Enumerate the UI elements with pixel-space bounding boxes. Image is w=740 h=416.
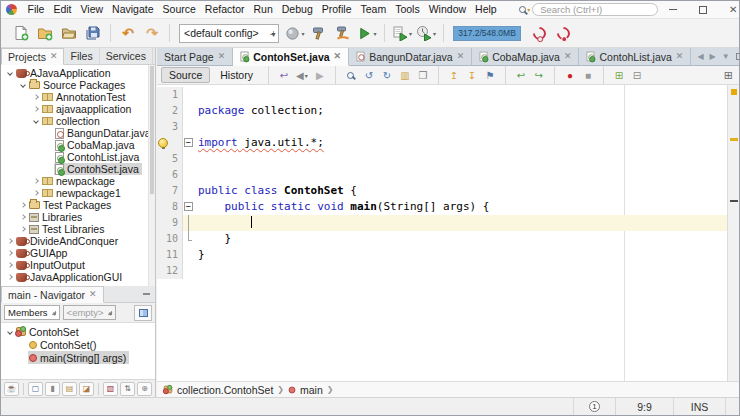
minimize-window-icon[interactable] bbox=[658, 1, 688, 18]
expander-icon[interactable] bbox=[30, 119, 41, 123]
comment-icon[interactable]: ⊞ bbox=[611, 67, 627, 83]
stop-macro-icon[interactable]: ■ bbox=[580, 67, 596, 83]
gutter-line-7[interactable]: 7 bbox=[157, 183, 183, 199]
close-tab-icon[interactable]: ✕ bbox=[676, 52, 684, 61]
close-tab-icon[interactable]: ✕ bbox=[334, 52, 342, 61]
maximize-window-icon[interactable] bbox=[688, 1, 718, 18]
memory-toolbar[interactable]: 317.2/548.0MB bbox=[453, 26, 521, 41]
search-dropdown-icon[interactable]: ▾ bbox=[527, 6, 530, 13]
code-text-line-6[interactable] bbox=[195, 167, 727, 183]
find-next-icon[interactable]: ↻ bbox=[379, 67, 395, 83]
uncomment-icon[interactable]: ⊟ bbox=[629, 67, 645, 83]
previous-occurrence-icon[interactable]: ↥ bbox=[446, 67, 462, 83]
filter-inherited-icon[interactable]: ☕ bbox=[4, 382, 19, 396]
project-tree-item-libraries[interactable]: Libraries bbox=[1, 211, 155, 223]
toggle-highlight-icon[interactable]: ▥ bbox=[397, 67, 413, 83]
fold-open-icon[interactable]: − bbox=[183, 199, 195, 215]
project-tree-item-divideandconquer[interactable]: DivideAndConquer bbox=[1, 235, 155, 247]
toggle-bookmark-icon[interactable]: ⚑ bbox=[482, 67, 498, 83]
expand-all-icon[interactable]: ⊕ bbox=[137, 382, 152, 396]
forward-icon[interactable]: ▶ bbox=[312, 67, 328, 83]
caret-line-marker[interactable] bbox=[730, 200, 738, 202]
code-line-6[interactable]: 6 bbox=[157, 167, 727, 183]
expander-icon[interactable] bbox=[17, 203, 28, 207]
code-text-line-3[interactable] bbox=[195, 119, 727, 135]
close-tab-icon[interactable]: ✕ bbox=[564, 52, 572, 61]
warning-summary-marker[interactable] bbox=[731, 89, 737, 95]
editor-tab-cobamap-java[interactable]: CobaMap.java✕ bbox=[472, 48, 579, 65]
menu-help[interactable]: Help bbox=[471, 3, 502, 15]
config-combobox[interactable]: <default config> ▼ bbox=[179, 24, 279, 43]
code-text-line-7[interactable]: public class ContohSet { bbox=[195, 183, 727, 199]
select-occurrences-icon[interactable]: ❐ bbox=[415, 67, 431, 83]
breadcrumb-method[interactable]: main bbox=[300, 384, 323, 396]
history-view-button[interactable]: History bbox=[212, 67, 261, 83]
menu-edit[interactable]: Edit bbox=[49, 3, 76, 15]
tab-services[interactable]: Services bbox=[100, 48, 153, 64]
menu-refactor[interactable]: Refactor bbox=[200, 3, 249, 15]
gutter-line-9[interactable]: 9 bbox=[157, 215, 183, 231]
menu-profile[interactable]: Profile bbox=[317, 3, 356, 15]
clean-build-button[interactable] bbox=[331, 21, 355, 45]
new-file-button[interactable] bbox=[9, 21, 33, 45]
gutter-line-5[interactable]: 5 bbox=[157, 151, 183, 167]
close-tab-icon[interactable]: ✕ bbox=[457, 52, 465, 61]
editor-tab-contohlist-java[interactable]: ContohList.java✕ bbox=[579, 48, 691, 65]
breadcrumb-class[interactable]: collection.ContohSet bbox=[177, 384, 273, 396]
run-project-button[interactable]: ▾ bbox=[355, 21, 379, 45]
code-text-line-12[interactable] bbox=[195, 263, 727, 279]
close-tab-icon[interactable]: ✕ bbox=[218, 52, 226, 61]
filter-fields-icon[interactable]: ▢ bbox=[28, 382, 43, 396]
split-document-icon[interactable]: ⊞ bbox=[724, 69, 735, 82]
project-tree-item-javaapplicationgui[interactable]: JavaApplicationGUI bbox=[1, 271, 155, 283]
code-text-line-1[interactable] bbox=[195, 87, 727, 103]
fold-end-icon[interactable] bbox=[183, 231, 195, 247]
project-tree-item-contohset-java[interactable]: ContohSet.java bbox=[1, 163, 155, 175]
record-macro-icon[interactable]: ● bbox=[562, 67, 578, 83]
code-text-line-2[interactable]: package collection; bbox=[195, 103, 727, 119]
find-previous-icon[interactable]: ↺ bbox=[361, 67, 377, 83]
menu-window[interactable]: Window bbox=[424, 3, 470, 15]
filter-non-public-icon[interactable]: ◪ bbox=[79, 382, 94, 396]
project-tree-item-annotationtest[interactable]: AnnotationTest bbox=[1, 91, 155, 103]
close-tab-icon[interactable]: ✕ bbox=[50, 52, 58, 61]
editor-tab-contohset-java[interactable]: ContohSet.java✕ bbox=[233, 48, 349, 66]
code-line-7[interactable]: 7public class ContohSet { bbox=[157, 183, 727, 199]
menu-debug[interactable]: Debug bbox=[277, 3, 317, 15]
code-text-line-8[interactable]: public static void main(String[] args) { bbox=[195, 199, 727, 215]
menu-file[interactable]: File bbox=[23, 3, 49, 15]
gutter-line-2[interactable]: 2 bbox=[157, 103, 183, 119]
project-tree-item-newpackage[interactable]: newpackage bbox=[1, 175, 155, 187]
new-project-button[interactable] bbox=[33, 21, 57, 45]
navigator-tree-item-contohset[interactable]: ContohSet() bbox=[1, 338, 155, 351]
gutter-line-11[interactable]: 11 bbox=[157, 247, 183, 263]
menu-source[interactable]: Source bbox=[158, 3, 200, 15]
shift-left-icon[interactable]: ↩ bbox=[513, 67, 529, 83]
menu-view[interactable]: View bbox=[76, 3, 108, 15]
expander-icon[interactable] bbox=[30, 179, 41, 183]
profile-project-button[interactable]: ▾ bbox=[414, 21, 438, 45]
project-tree-item-inputoutput[interactable]: InputOutput bbox=[1, 259, 155, 271]
debug-project-button[interactable]: ▾ bbox=[390, 21, 414, 45]
navigator-tree-item-main-string-args[interactable]: main(String[] args) bbox=[1, 351, 155, 364]
shift-right-icon[interactable]: ↪ bbox=[531, 67, 547, 83]
gutter-line-3[interactable]: 3 bbox=[157, 119, 183, 135]
code-line-4[interactable]: −import java.util.*; bbox=[157, 135, 727, 151]
minimize-panel-icon[interactable] bbox=[138, 286, 155, 302]
project-tree-item-newpackage1[interactable]: newpackage1 bbox=[1, 187, 155, 199]
code-line-9[interactable]: 9 bbox=[157, 215, 727, 231]
expander-icon[interactable] bbox=[17, 83, 28, 87]
gutter-line-12[interactable]: 12 bbox=[157, 263, 183, 279]
project-tree-item-cobamap-java[interactable]: CobaMap.java bbox=[1, 139, 155, 151]
expander-icon[interactable] bbox=[4, 239, 15, 243]
filter-public-icon[interactable]: ▤ bbox=[62, 382, 77, 396]
expander-icon[interactable] bbox=[30, 95, 41, 99]
source-view-button[interactable]: Source bbox=[161, 67, 210, 83]
code-line-8[interactable]: 8− public static void main(String[] args… bbox=[157, 199, 727, 215]
tab-list-icon[interactable]: ▼ bbox=[722, 52, 730, 61]
tab-navigator[interactable]: main - Navigator ✕ bbox=[1, 286, 104, 303]
next-occurrence-icon[interactable]: ↧ bbox=[464, 67, 480, 83]
show-inherited-button[interactable] bbox=[134, 305, 152, 321]
collapse-fold-icon[interactable]: − bbox=[184, 202, 193, 211]
navigator-tree-item-contohset[interactable]: ContohSet bbox=[1, 325, 155, 338]
